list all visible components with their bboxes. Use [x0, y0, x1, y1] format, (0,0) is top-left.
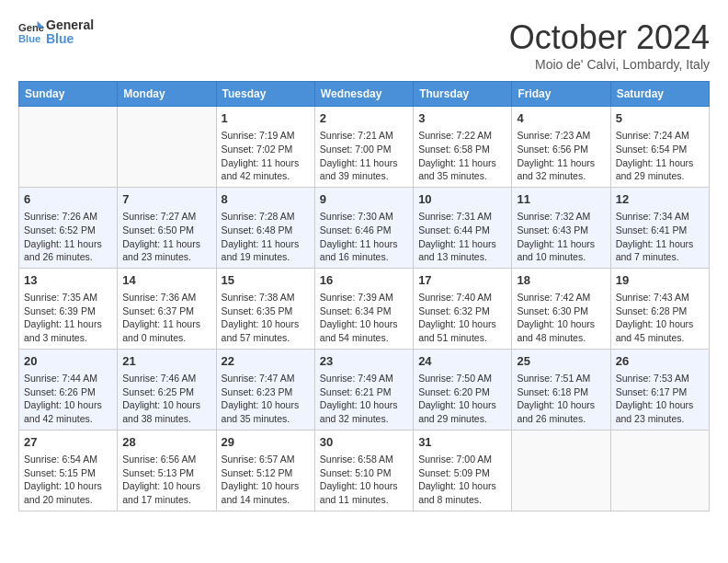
day-number: 13: [24, 272, 112, 289]
sunrise-text: Sunrise: 7:36 AM: [122, 291, 210, 304]
day-number: 21: [122, 353, 210, 370]
week-row-1: 1Sunrise: 7:19 AMSunset: 7:02 PMDaylight…: [19, 107, 710, 188]
daylight-text: Daylight: 10 hours and 29 minutes.: [418, 398, 506, 425]
sunset-text: Sunset: 5:12 PM: [222, 466, 310, 480]
calendar-cell: 22Sunrise: 7:47 AMSunset: 6:23 PMDayligh…: [216, 349, 314, 430]
calendar-cell: 20Sunrise: 7:44 AMSunset: 6:26 PMDayligh…: [19, 349, 118, 430]
day-number: 28: [122, 434, 210, 451]
sunrise-text: Sunrise: 7:47 AM: [222, 372, 310, 385]
daylight-text: Daylight: 10 hours and 42 minutes.: [24, 398, 112, 425]
day-number: 7: [122, 191, 210, 208]
day-number: 8: [222, 191, 310, 208]
day-number: 23: [320, 353, 408, 370]
sunrise-text: Sunrise: 7:19 AM: [222, 129, 310, 143]
daylight-text: Daylight: 11 hours and 0 minutes.: [122, 317, 210, 344]
sunrise-text: Sunrise: 7:00 AM: [418, 453, 506, 466]
sunset-text: Sunset: 5:09 PM: [418, 466, 506, 480]
calendar-cell: 28Sunrise: 6:56 AMSunset: 5:13 PMDayligh…: [118, 430, 216, 511]
calendar-cell: 26Sunrise: 7:53 AMSunset: 6:17 PMDayligh…: [610, 349, 709, 430]
week-row-5: 27Sunrise: 6:54 AMSunset: 5:15 PMDayligh…: [19, 430, 710, 511]
day-number: 24: [418, 353, 506, 370]
daylight-text: Daylight: 11 hours and 13 minutes.: [418, 237, 506, 264]
calendar-cell: [19, 107, 118, 188]
daylight-text: Daylight: 10 hours and 51 minutes.: [418, 317, 506, 344]
daylight-text: Daylight: 11 hours and 29 minutes.: [616, 156, 704, 183]
calendar-cell: 2Sunrise: 7:21 AMSunset: 7:00 PMDaylight…: [314, 107, 413, 188]
sunset-text: Sunset: 5:15 PM: [24, 466, 112, 480]
daylight-text: Daylight: 11 hours and 26 minutes.: [24, 237, 112, 264]
calendar-cell: [512, 430, 610, 511]
sunset-text: Sunset: 5:13 PM: [122, 466, 210, 480]
sunset-text: Sunset: 6:56 PM: [517, 143, 605, 156]
day-header-friday: Friday: [512, 82, 610, 107]
calendar-cell: 7Sunrise: 7:27 AMSunset: 6:50 PMDaylight…: [118, 187, 216, 268]
sunrise-text: Sunrise: 7:32 AM: [517, 210, 605, 224]
calendar-cell: 17Sunrise: 7:40 AMSunset: 6:32 PMDayligh…: [414, 268, 512, 349]
sunset-text: Sunset: 6:18 PM: [517, 385, 605, 399]
day-number: 18: [517, 272, 605, 289]
daylight-text: Daylight: 11 hours and 10 minutes.: [517, 237, 605, 264]
day-number: 22: [222, 353, 310, 370]
sunset-text: Sunset: 6:32 PM: [418, 304, 506, 318]
sunset-text: Sunset: 6:54 PM: [616, 143, 704, 156]
day-number: 1: [222, 110, 310, 127]
sunset-text: Sunset: 6:37 PM: [122, 304, 210, 318]
day-number: 17: [418, 272, 506, 289]
day-header-thursday: Thursday: [414, 82, 512, 107]
sunrise-text: Sunrise: 7:22 AM: [418, 129, 506, 143]
sunset-text: Sunset: 6:28 PM: [616, 304, 704, 318]
day-number: 16: [320, 272, 408, 289]
day-number: 5: [616, 110, 704, 127]
day-number: 2: [320, 110, 408, 127]
calendar-cell: 4Sunrise: 7:23 AMSunset: 6:56 PMDaylight…: [512, 107, 610, 188]
sunrise-text: Sunrise: 7:53 AM: [616, 372, 704, 385]
sunset-text: Sunset: 6:21 PM: [320, 385, 408, 399]
calendar-cell: 8Sunrise: 7:28 AMSunset: 6:48 PMDaylight…: [216, 187, 314, 268]
day-header-sunday: Sunday: [19, 82, 118, 107]
location: Moio de' Calvi, Lombardy, Italy: [509, 57, 710, 72]
sunrise-text: Sunrise: 7:50 AM: [418, 372, 506, 385]
day-number: 15: [222, 272, 310, 289]
daylight-text: Daylight: 10 hours and 54 minutes.: [320, 317, 408, 344]
week-row-2: 6Sunrise: 7:26 AMSunset: 6:52 PMDaylight…: [19, 187, 710, 268]
sunrise-text: Sunrise: 7:31 AM: [418, 210, 506, 224]
calendar-cell: [118, 107, 216, 188]
sunrise-text: Sunrise: 7:28 AM: [222, 210, 310, 224]
calendar-cell: 3Sunrise: 7:22 AMSunset: 6:58 PMDaylight…: [414, 107, 512, 188]
sunrise-text: Sunrise: 7:23 AM: [517, 129, 605, 143]
sunrise-text: Sunrise: 6:57 AM: [222, 453, 310, 466]
page-header: General Blue General Blue October 2024 M…: [18, 18, 710, 72]
sunrise-text: Sunrise: 6:56 AM: [122, 453, 210, 466]
day-number: 19: [616, 272, 704, 289]
sunrise-text: Sunrise: 7:43 AM: [616, 291, 704, 304]
sunset-text: Sunset: 7:00 PM: [320, 143, 408, 156]
sunset-text: Sunset: 6:44 PM: [418, 224, 506, 237]
sunrise-text: Sunrise: 7:35 AM: [24, 291, 112, 304]
daylight-text: Daylight: 10 hours and 14 minutes.: [222, 479, 310, 506]
daylight-text: Daylight: 10 hours and 20 minutes.: [24, 479, 112, 506]
day-number: 10: [418, 191, 506, 208]
svg-text:Blue: Blue: [18, 34, 40, 45]
sunrise-text: Sunrise: 7:46 AM: [122, 372, 210, 385]
sunset-text: Sunset: 6:52 PM: [24, 224, 112, 237]
calendar-cell: 21Sunrise: 7:46 AMSunset: 6:25 PMDayligh…: [118, 349, 216, 430]
day-number: 25: [517, 353, 605, 370]
calendar-cell: 6Sunrise: 7:26 AMSunset: 6:52 PMDaylight…: [19, 187, 118, 268]
day-number: 4: [517, 110, 605, 127]
calendar-cell: 31Sunrise: 7:00 AMSunset: 5:09 PMDayligh…: [414, 430, 512, 511]
sunrise-text: Sunrise: 7:21 AM: [320, 129, 408, 143]
sunset-text: Sunset: 6:41 PM: [616, 224, 704, 237]
daylight-text: Daylight: 11 hours and 16 minutes.: [320, 237, 408, 264]
sunset-text: Sunset: 7:02 PM: [222, 143, 310, 156]
sunset-text: Sunset: 6:17 PM: [616, 385, 704, 399]
sunset-text: Sunset: 6:43 PM: [517, 224, 605, 237]
day-header-tuesday: Tuesday: [216, 82, 314, 107]
sunset-text: Sunset: 6:35 PM: [222, 304, 310, 318]
sunset-text: Sunset: 6:20 PM: [418, 385, 506, 399]
day-header-row: SundayMondayTuesdayWednesdayThursdayFrid…: [19, 82, 710, 107]
sunset-text: Sunset: 6:25 PM: [122, 385, 210, 399]
daylight-text: Daylight: 10 hours and 17 minutes.: [122, 479, 210, 506]
sunset-text: Sunset: 6:39 PM: [24, 304, 112, 318]
calendar-table: SundayMondayTuesdayWednesdayThursdayFrid…: [18, 81, 710, 511]
day-number: 26: [616, 353, 704, 370]
